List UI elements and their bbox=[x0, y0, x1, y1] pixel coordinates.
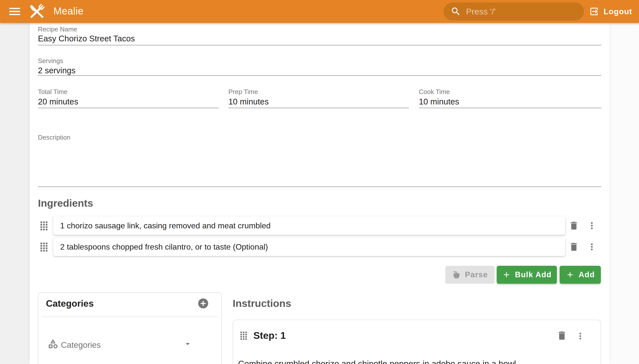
recipe-name-underline bbox=[38, 45, 601, 46]
logout-button[interactable]: Logout bbox=[587, 4, 634, 19]
total-time-label: Total Time bbox=[38, 88, 68, 96]
categories-select-label: Categories bbox=[61, 340, 101, 350]
bulk-add-label: Bulk Add bbox=[515, 270, 552, 279]
silverware-logo-icon bbox=[28, 2, 46, 21]
chevron-down-icon[interactable] bbox=[183, 339, 193, 349]
trash-icon bbox=[569, 220, 579, 231]
recipe-editor-card: Recipe Name Servings Total Time Prep Tim… bbox=[30, 23, 609, 364]
drag-handle-icon[interactable] bbox=[41, 242, 47, 252]
logout-label: Logout bbox=[603, 7, 632, 16]
page: Mealie Logout Recipe Name Servings Total… bbox=[0, 0, 639, 364]
delete-step-button[interactable] bbox=[556, 330, 567, 341]
trash-icon bbox=[569, 242, 579, 252]
cook-time-label: Cook Time bbox=[419, 88, 450, 96]
ingredient-input[interactable] bbox=[53, 238, 565, 256]
drag-handle-icon[interactable] bbox=[41, 222, 47, 230]
bulk-add-button[interactable]: Bulk Add bbox=[497, 266, 557, 284]
right-gutter bbox=[609, 23, 639, 364]
app-title: Mealie bbox=[53, 6, 84, 17]
total-time-underline bbox=[38, 108, 219, 108]
ingredient-menu-button[interactable] bbox=[587, 241, 597, 252]
description-label: Description bbox=[38, 134, 70, 141]
servings-label: Servings bbox=[38, 57, 63, 65]
search-icon bbox=[451, 6, 461, 17]
ingredient-menu-button[interactable] bbox=[587, 220, 597, 231]
ingredient-input[interactable] bbox=[53, 216, 565, 235]
dots-vertical-icon bbox=[587, 220, 597, 231]
drag-handle-icon[interactable] bbox=[240, 332, 247, 340]
cook-time-underline bbox=[419, 108, 601, 108]
dots-vertical-icon bbox=[587, 242, 597, 252]
instructions-heading: Instructions bbox=[233, 298, 291, 310]
search-bar[interactable] bbox=[444, 2, 584, 20]
recipe-name-input[interactable] bbox=[38, 34, 599, 44]
plus-icon bbox=[502, 270, 511, 279]
total-time-input[interactable] bbox=[38, 97, 215, 106]
trash-icon bbox=[556, 330, 567, 341]
divider bbox=[42, 317, 218, 317]
categories-card: Categories Categories bbox=[38, 292, 222, 364]
description-textarea[interactable] bbox=[38, 142, 601, 186]
logout-icon bbox=[589, 6, 599, 16]
recipe-name-label: Recipe Name bbox=[38, 26, 77, 33]
parse-button[interactable]: Parse bbox=[445, 266, 495, 284]
step-text[interactable]: Combine crumbled chorizo and chipotle pe… bbox=[238, 358, 593, 364]
step-menu-button[interactable] bbox=[575, 330, 586, 342]
servings-input[interactable] bbox=[38, 66, 599, 75]
add-category-button[interactable] bbox=[197, 298, 209, 310]
prep-time-underline bbox=[228, 108, 409, 108]
prep-time-label: Prep Time bbox=[228, 88, 258, 96]
categories-select[interactable]: Categories bbox=[39, 333, 223, 360]
apple-icon bbox=[452, 270, 461, 279]
parse-label: Parse bbox=[465, 270, 488, 279]
plus-icon bbox=[566, 270, 575, 279]
prep-time-input[interactable] bbox=[228, 97, 406, 106]
app-bar: Mealie Logout bbox=[0, 0, 639, 23]
ingredients-heading: Ingredients bbox=[38, 198, 93, 209]
search-input[interactable] bbox=[466, 6, 582, 17]
shapes-icon bbox=[47, 338, 58, 349]
description-underline bbox=[38, 186, 601, 187]
dots-vertical-icon bbox=[575, 331, 585, 341]
step-title: Step: 1 bbox=[253, 330, 286, 341]
plus-circle-icon bbox=[197, 298, 209, 310]
cook-time-input[interactable] bbox=[419, 97, 598, 106]
add-label: Add bbox=[579, 270, 595, 279]
delete-ingredient-button[interactable] bbox=[569, 220, 580, 231]
servings-underline bbox=[38, 75, 601, 76]
add-ingredient-button[interactable]: Add bbox=[560, 266, 601, 284]
delete-ingredient-button[interactable] bbox=[569, 241, 580, 252]
menu-button[interactable] bbox=[8, 4, 24, 19]
categories-title: Categories bbox=[46, 298, 94, 309]
menu-icon bbox=[8, 4, 22, 19]
step-card: Step: 1 Combine crumbled chorizo and chi… bbox=[233, 320, 601, 364]
